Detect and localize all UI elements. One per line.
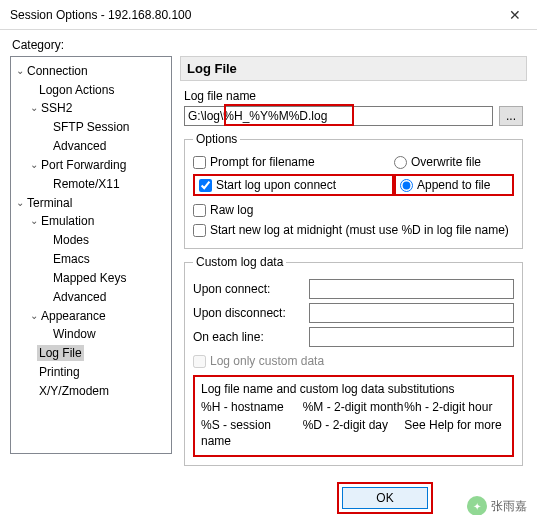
tree-item-logon-actions[interactable]: Logon Actions (37, 82, 116, 98)
prompt-filename-checkbox[interactable]: Prompt for filename (193, 152, 394, 172)
browse-button[interactable]: ... (499, 106, 523, 126)
window-title: Session Options - 192.168.80.100 (10, 8, 191, 22)
chevron-down-icon[interactable]: ⌄ (29, 308, 39, 324)
overwrite-radio[interactable]: Overwrite file (394, 152, 514, 172)
wechat-icon: ✦ (467, 496, 487, 515)
close-button[interactable]: ✕ (492, 0, 537, 30)
watermark: ✦ 张雨嘉 (467, 496, 527, 515)
log-file-name-label: Log file name (184, 89, 523, 103)
tree-item-advanced-2[interactable]: Advanced (51, 289, 108, 305)
log-only-custom-checkbox: Log only custom data (193, 351, 514, 371)
each-line-input[interactable] (309, 327, 514, 347)
tree-item-xyzmodem[interactable]: X/Y/Zmodem (37, 383, 111, 399)
category-tree[interactable]: ⌄Connection Logon Actions ⌄SSH2 SFTP Ses… (10, 56, 172, 454)
tree-item-remote-x11[interactable]: Remote/X11 (51, 176, 122, 192)
custom-log-group: Custom log data Upon connect: Upon disco… (184, 255, 523, 466)
chevron-down-icon[interactable]: ⌄ (15, 63, 25, 79)
tree-item-ssh2[interactable]: SSH2 (39, 100, 74, 116)
tree-item-printing[interactable]: Printing (37, 364, 82, 380)
tree-item-window[interactable]: Window (51, 326, 98, 342)
substitutions-box: Log file name and custom log data substi… (193, 375, 514, 457)
tree-item-emacs[interactable]: Emacs (51, 251, 92, 267)
tree-item-connection[interactable]: Connection (25, 63, 90, 79)
sub-m-upper: %M - 2-digit month (303, 399, 405, 415)
upon-disconnect-input[interactable] (309, 303, 514, 323)
tree-item-emulation[interactable]: Emulation (39, 213, 96, 229)
each-line-label: On each line: (193, 330, 303, 344)
chevron-down-icon[interactable]: ⌄ (29, 213, 39, 229)
title-bar: Session Options - 192.168.80.100 ✕ (0, 0, 537, 30)
append-radio[interactable]: Append to file (400, 175, 490, 195)
highlight-annotation: Append to file (394, 174, 514, 196)
tree-item-port-forwarding[interactable]: Port Forwarding (39, 157, 128, 173)
sub-h-upper: %H - hostname (201, 399, 303, 415)
tree-item-mapped-keys[interactable]: Mapped Keys (51, 270, 128, 286)
tree-item-advanced[interactable]: Advanced (51, 138, 108, 154)
sub-h-lower: %h - 2-digit hour (404, 399, 506, 415)
tree-item-modes[interactable]: Modes (51, 232, 91, 248)
close-icon: ✕ (509, 7, 521, 23)
chevron-down-icon[interactable]: ⌄ (29, 100, 39, 116)
sub-see-help: See Help for more (404, 417, 506, 449)
tree-item-appearance[interactable]: Appearance (39, 308, 108, 324)
chevron-down-icon[interactable]: ⌄ (15, 195, 25, 211)
tree-item-log-file[interactable]: Log File (37, 345, 84, 361)
substitutions-title: Log file name and custom log data substi… (201, 381, 506, 397)
upon-connect-input[interactable] (309, 279, 514, 299)
highlight-annotation: OK (337, 482, 433, 514)
start-log-checkbox[interactable]: Start log upon connect (199, 175, 336, 195)
chevron-down-icon[interactable]: ⌄ (29, 157, 39, 173)
upon-disconnect-label: Upon disconnect: (193, 306, 303, 320)
raw-log-checkbox[interactable]: Raw log (193, 200, 514, 220)
tree-item-terminal[interactable]: Terminal (25, 195, 74, 211)
ok-button[interactable]: OK (342, 487, 428, 509)
custom-log-legend: Custom log data (193, 255, 286, 269)
options-legend: Options (193, 132, 240, 146)
page-title: Log File (180, 56, 527, 81)
sub-s-upper: %S - session name (201, 417, 303, 449)
highlight-annotation: Start log upon connect (193, 174, 394, 196)
tree-item-sftp-session[interactable]: SFTP Session (51, 119, 131, 135)
options-group: Options Prompt for filename Start log up… (184, 132, 523, 249)
category-label: Category: (12, 38, 527, 52)
log-file-name-input[interactable] (184, 106, 493, 126)
midnight-checkbox[interactable]: Start new log at midnight (must use %D i… (193, 220, 514, 240)
sub-d-upper: %D - 2-digit day (303, 417, 405, 449)
upon-connect-label: Upon connect: (193, 282, 303, 296)
